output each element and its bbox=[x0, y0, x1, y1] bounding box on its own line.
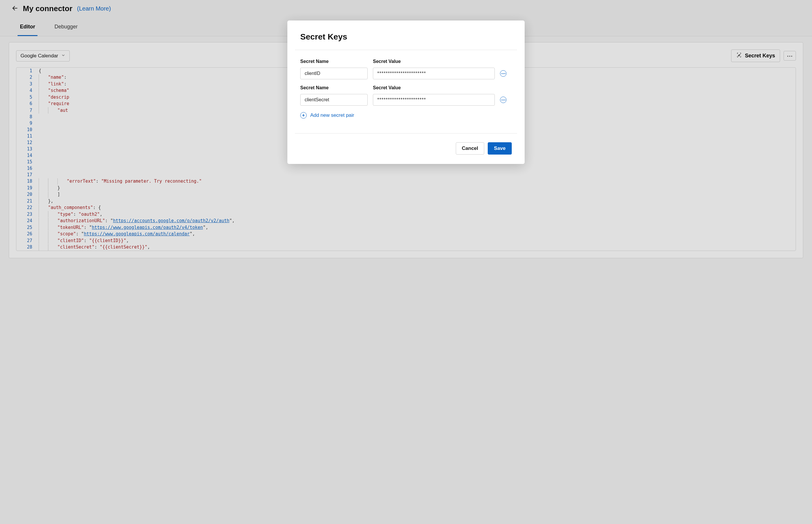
secret-pair: Secret NameSecret Value bbox=[300, 85, 512, 106]
secret-keys-modal: Secret Keys Secret NameSecret ValueSecre… bbox=[287, 20, 525, 164]
secret-pair: Secret NameSecret Value bbox=[300, 59, 512, 79]
modal-overlay: Secret Keys Secret NameSecret ValueSecre… bbox=[0, 0, 812, 524]
secret-pair-more-button[interactable] bbox=[500, 70, 507, 77]
add-secret-pair-label: Add new secret pair bbox=[310, 112, 354, 118]
secret-value-input[interactable] bbox=[373, 68, 495, 79]
secret-name-label: Secret Name bbox=[300, 85, 368, 91]
plus-circle-icon: + bbox=[300, 112, 307, 118]
secret-name-input[interactable] bbox=[300, 68, 368, 79]
secret-pair-more-button[interactable] bbox=[500, 97, 507, 103]
modal-title: Secret Keys bbox=[300, 32, 512, 42]
secret-value-label: Secret Value bbox=[373, 85, 495, 91]
secret-value-label: Secret Value bbox=[373, 59, 495, 64]
save-button[interactable]: Save bbox=[488, 142, 512, 154]
secret-name-input[interactable] bbox=[300, 94, 368, 106]
secret-name-label: Secret Name bbox=[300, 59, 368, 64]
cancel-button[interactable]: Cancel bbox=[456, 142, 484, 154]
add-secret-pair-link[interactable]: + Add new secret pair bbox=[300, 112, 354, 118]
secret-value-input[interactable] bbox=[373, 94, 495, 106]
